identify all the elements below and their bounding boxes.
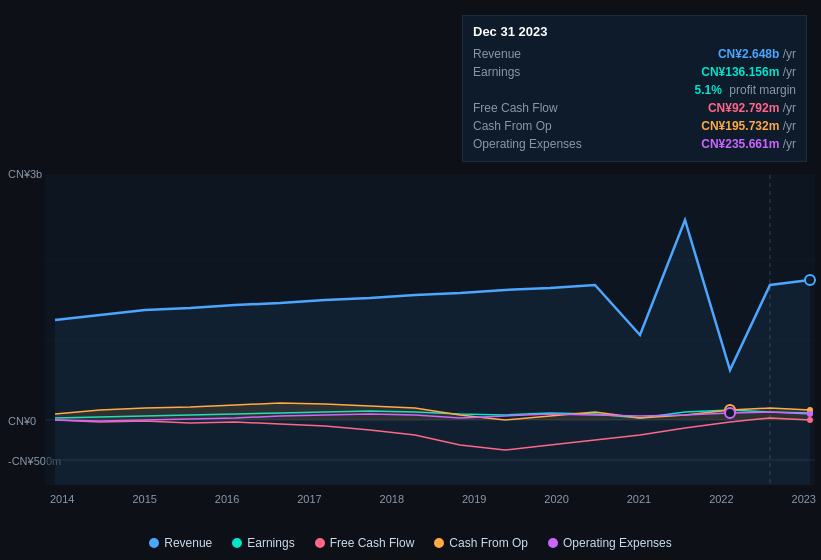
x-label-2022: 2022	[709, 493, 733, 505]
tooltip-label-earnings: Earnings	[473, 65, 520, 79]
tooltip-label-opex: Operating Expenses	[473, 137, 582, 151]
tooltip-row-revenue: Revenue CN¥2.648b /yr	[473, 45, 796, 63]
legend-item-cashfromop[interactable]: Cash From Op	[434, 536, 528, 550]
x-label-2021: 2021	[627, 493, 651, 505]
x-label-2023: 2023	[792, 493, 816, 505]
opex-highlight-dot	[725, 408, 735, 418]
tooltip-row-fcf: Free Cash Flow CN¥92.792m /yr	[473, 99, 796, 117]
tooltip-row-margin: 5.1% profit margin	[473, 81, 796, 99]
fcf-end-dot	[807, 417, 813, 423]
legend-label-cashfromop: Cash From Op	[449, 536, 528, 550]
legend-dot-opex	[548, 538, 558, 548]
tooltip-row-cashfromop: Cash From Op CN¥195.732m /yr	[473, 117, 796, 135]
tooltip-row-earnings: Earnings CN¥136.156m /yr	[473, 63, 796, 81]
opex-end-dot	[807, 411, 813, 417]
tooltip-label-cashfromop: Cash From Op	[473, 119, 552, 133]
x-label-2018: 2018	[380, 493, 404, 505]
legend-dot-cashfromop	[434, 538, 444, 548]
legend-dot-earnings	[232, 538, 242, 548]
tooltip-value-earnings: CN¥136.156m /yr	[701, 65, 796, 79]
revenue-end-dot	[805, 275, 815, 285]
tooltip-margin: 5.1% profit margin	[695, 83, 796, 97]
tooltip-value-revenue: CN¥2.648b /yr	[718, 47, 796, 61]
x-label-2015: 2015	[132, 493, 156, 505]
tooltip-value-fcf: CN¥92.792m /yr	[708, 101, 796, 115]
legend-item-fcf[interactable]: Free Cash Flow	[315, 536, 415, 550]
x-label-2019: 2019	[462, 493, 486, 505]
legend-dot-revenue	[149, 538, 159, 548]
legend-dot-fcf	[315, 538, 325, 548]
tooltip-label-revenue: Revenue	[473, 47, 521, 61]
legend: Revenue Earnings Free Cash Flow Cash Fro…	[0, 536, 821, 550]
chart-container: Dec 31 2023 Revenue CN¥2.648b /yr Earnin…	[0, 0, 821, 560]
legend-label-fcf: Free Cash Flow	[330, 536, 415, 550]
x-label-2016: 2016	[215, 493, 239, 505]
x-label-2014: 2014	[50, 493, 74, 505]
tooltip-value-cashfromop: CN¥195.732m /yr	[701, 119, 796, 133]
legend-label-earnings: Earnings	[247, 536, 294, 550]
tooltip-date: Dec 31 2023	[473, 24, 796, 39]
tooltip-row-opex: Operating Expenses CN¥235.661m /yr	[473, 135, 796, 153]
legend-item-revenue[interactable]: Revenue	[149, 536, 212, 550]
legend-item-earnings[interactable]: Earnings	[232, 536, 294, 550]
tooltip-panel: Dec 31 2023 Revenue CN¥2.648b /yr Earnin…	[462, 15, 807, 162]
x-label-2017: 2017	[297, 493, 321, 505]
legend-label-opex: Operating Expenses	[563, 536, 672, 550]
tooltip-value-opex: CN¥235.661m /yr	[701, 137, 796, 151]
x-label-2020: 2020	[544, 493, 568, 505]
legend-item-opex[interactable]: Operating Expenses	[548, 536, 672, 550]
legend-label-revenue: Revenue	[164, 536, 212, 550]
tooltip-label-fcf: Free Cash Flow	[473, 101, 558, 115]
